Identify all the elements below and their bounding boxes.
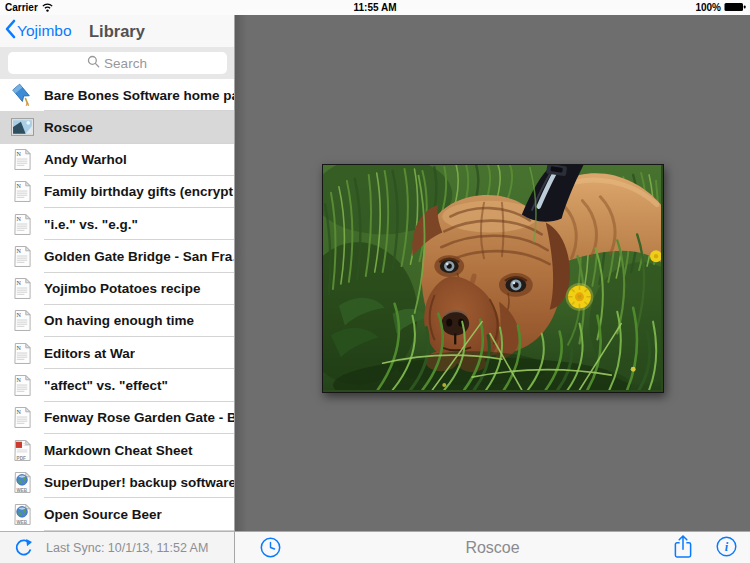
wifi-icon [41, 2, 54, 14]
info-button[interactable]: i [715, 535, 738, 562]
note-icon: N [9, 146, 35, 173]
note-icon: N [9, 178, 35, 205]
svg-text:N: N [16, 151, 21, 157]
app-window: 11:55 AM Carrier 100% Library [0, 0, 750, 563]
status-time: 11:55 AM [0, 0, 750, 15]
svg-text:N: N [16, 184, 21, 190]
detail-pane: Roscoe i [235, 15, 750, 563]
svg-text:i: i [725, 540, 729, 554]
carrier-label: Carrier [5, 2, 38, 13]
web-icon: WEB [9, 469, 35, 496]
svg-text:N: N [16, 409, 21, 415]
list-item-label: Yojimbo Potatoes recipe [44, 281, 201, 296]
battery-icon [724, 2, 746, 14]
note-icon: N [9, 372, 35, 399]
list-item-label: SuperDuper! backup software [44, 475, 234, 490]
detail-toolbar: Roscoe i [235, 531, 750, 563]
sidebar: Library Yojimbo Search Bare Bones Softwa… [0, 15, 235, 563]
list-item[interactable]: Bare Bones Software home pa… [0, 79, 234, 111]
back-button[interactable]: Yojimbo [4, 19, 72, 43]
photo-roscoe [322, 164, 664, 393]
list-item[interactable]: Roscoe [0, 111, 234, 143]
chevron-left-icon [4, 19, 16, 43]
list-item[interactable]: PDFMarkdown Cheat Sheet [0, 434, 234, 466]
list-item-label: Fenway Rose Garden Gate - B… [44, 410, 234, 425]
svg-text:N: N [16, 377, 21, 383]
web-icon: WEB [9, 501, 35, 528]
recent-items-button[interactable] [259, 536, 282, 563]
list-item[interactable]: NYojimbo Potatoes recipe [0, 273, 234, 305]
note-icon: N [9, 340, 35, 367]
pdf-icon: PDF [9, 437, 35, 464]
svg-text:N: N [16, 280, 21, 286]
list-item-label: Family birthday gifts (encrypt… [44, 184, 234, 199]
list-item-label: On having enough time [44, 313, 194, 328]
list-item[interactable]: NFamily birthday gifts (encrypt… [0, 176, 234, 208]
battery-percent: 100% [695, 2, 721, 13]
share-button[interactable] [673, 534, 693, 563]
svg-text:WEB: WEB [16, 520, 27, 525]
info-icon: i [715, 535, 738, 562]
svg-text:N: N [16, 345, 21, 351]
search-icon [87, 55, 100, 71]
library-list: Bare Bones Software home pa…RoscoeNAndy … [0, 79, 234, 531]
note-icon: N [9, 307, 35, 334]
clock-icon [259, 536, 282, 563]
list-item[interactable]: NGolden Gate Bridge - San Fra… [0, 240, 234, 272]
list-item[interactable]: N"i.e." vs. "e.g." [0, 208, 234, 240]
list-item-label: Markdown Cheat Sheet [44, 443, 193, 458]
share-icon [673, 534, 693, 563]
svg-text:WEB: WEB [16, 488, 27, 493]
status-bar: 11:55 AM Carrier 100% [0, 0, 750, 15]
list-item-label: Roscoe [44, 120, 93, 135]
sync-button[interactable] [13, 537, 34, 562]
note-icon: N [9, 243, 35, 270]
image-icon [9, 114, 35, 141]
svg-text:N: N [16, 216, 21, 222]
list-item[interactable]: WEBSuperDuper! backup software [0, 466, 234, 498]
svg-text:N: N [16, 248, 21, 254]
note-icon: N [9, 211, 35, 238]
back-button-label: Yojimbo [17, 22, 72, 40]
list-item[interactable]: NEditors at War [0, 337, 234, 369]
note-icon: N [9, 275, 35, 302]
list-item-label: Golden Gate Bridge - San Fra… [44, 249, 234, 264]
search-bar: Search [0, 47, 234, 79]
search-input[interactable]: Search [8, 52, 227, 74]
list-item-label: Bare Bones Software home pa… [44, 88, 234, 103]
list-item-label: "affect" vs. "effect" [44, 378, 168, 393]
list-item-label: "i.e." vs. "e.g." [44, 217, 138, 232]
bookmark-icon [9, 82, 35, 109]
sidebar-footer: Last Sync: 10/1/13, 11:52 AM [0, 531, 234, 563]
svg-text:N: N [16, 313, 21, 319]
svg-text:PDF: PDF [16, 455, 25, 460]
list-item[interactable]: NAndy Warhol [0, 144, 234, 176]
list-item-label: Andy Warhol [44, 152, 127, 167]
pane-divider-shadow [235, 15, 247, 531]
list-item[interactable]: NOn having enough time [0, 305, 234, 337]
list-item[interactable]: WEBOpen Source Beer [0, 498, 234, 530]
sidebar-navbar: Library Yojimbo [0, 15, 234, 47]
list-item[interactable]: N"affect" vs. "effect" [0, 369, 234, 401]
last-sync-status: Last Sync: 10/1/13, 11:52 AM [46, 541, 208, 555]
list-item-label: Open Source Beer [44, 507, 162, 522]
note-icon: N [9, 404, 35, 431]
list-item-label: Editors at War [44, 346, 135, 361]
list-item[interactable]: NFenway Rose Garden Gate - B… [0, 402, 234, 434]
search-placeholder: Search [104, 56, 147, 71]
